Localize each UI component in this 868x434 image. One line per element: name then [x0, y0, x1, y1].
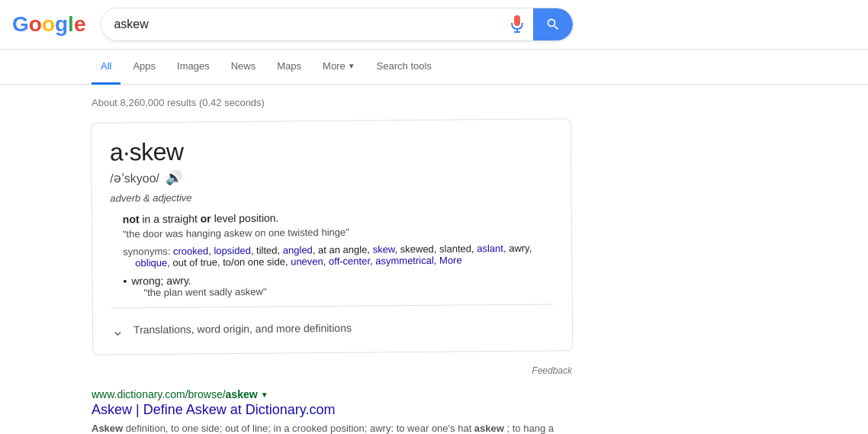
nav-tabs: All Apps Images News Maps More ▼ Search … [0, 50, 868, 85]
logo-l: l [68, 12, 74, 37]
logo-g: G [12, 12, 29, 37]
search-input[interactable] [101, 8, 501, 40]
google-logo: Google [12, 12, 85, 37]
result-url-bold: askew [226, 388, 258, 400]
def-bullet-content: wrong; awry. [131, 274, 266, 288]
tab-images[interactable]: Images [168, 50, 219, 85]
tab-apps[interactable]: Apps [124, 50, 165, 85]
syn-crooked[interactable]: crooked [173, 245, 208, 256]
feedback-label: Feedback [532, 365, 572, 376]
definition-card: a·skew /əˈskyoo/ 🔊 adverb & adjective no… [91, 118, 574, 355]
more-dropdown-arrow: ▼ [348, 62, 355, 70]
def-main-1: not in a straight or level position. [123, 209, 553, 225]
def-text-1: in a straight [142, 213, 200, 226]
result-title[interactable]: Askew | Define Askew at Dictionary.com [92, 402, 572, 418]
speaker-icon[interactable]: 🔊 [166, 169, 182, 186]
search-icon [545, 17, 561, 32]
def-or: or [201, 212, 211, 224]
result-bold-2: askew [474, 423, 504, 434]
syn-skewed: skewed, slanted, [400, 243, 477, 255]
def-example-1: "the door was hanging askew on one twist… [123, 224, 553, 240]
tab-all[interactable]: All [92, 50, 121, 85]
result-desc: Askew definition, to one side; out of li… [92, 421, 572, 434]
def-bullet-item: • wrong; awry. "the plan went sadly aske… [123, 271, 553, 298]
logo-g2: g [55, 12, 68, 37]
syn-awry: awry, [509, 243, 532, 254]
syn-outof: out of true, to/on one side, [172, 256, 291, 268]
syn-indent: oblique, out of true, to/on one side, un… [123, 255, 461, 269]
mic-icon [510, 15, 524, 34]
result-text-1: definition, to one side; out of line; in… [126, 423, 474, 434]
syn-skew[interactable]: skew [373, 243, 395, 255]
phonetic-text: /əˈskyoo/ [110, 170, 159, 185]
syn-uneven[interactable]: uneven [291, 256, 323, 267]
definition-section: not in a straight or level position. "th… [111, 209, 554, 298]
def-bullet-example: "the plan went sadly askew" [131, 286, 266, 299]
expand-arrow-icon: ⌄ [111, 320, 124, 339]
syn-tilted: tilted, [256, 245, 283, 256]
logo-o1: o [29, 12, 42, 37]
expand-section[interactable]: ⌄ Translations, word origin, and more de… [111, 304, 554, 339]
result-bold-1: Askew [92, 423, 123, 434]
svg-rect-0 [514, 15, 520, 26]
syn-angled[interactable]: angled [283, 244, 313, 256]
search-box [101, 8, 574, 41]
search-button[interactable] [533, 8, 573, 41]
syn-more[interactable]: More [439, 255, 462, 266]
word-phonetic-container: /əˈskyoo/ 🔊 [110, 166, 552, 186]
feedback-text: Feedback [92, 365, 572, 376]
syn-at-an-angle: at an angle, [318, 244, 373, 256]
bullet-symbol: • [123, 275, 127, 298]
mic-button[interactable] [501, 8, 533, 40]
synonyms-label: synonyms: [123, 246, 170, 258]
logo-e: e [74, 12, 86, 37]
result-url-text: www.dictionary.com/browse/askew [92, 388, 258, 400]
result-url-arrow: ▼ [261, 391, 268, 399]
result-item: www.dictionary.com/browse/askew ▼ Askew … [92, 388, 572, 434]
word-type: adverb & adjective [110, 188, 552, 204]
syn-asymmetrical[interactable]: asymmetrical [375, 255, 434, 267]
result-url: www.dictionary.com/browse/askew ▼ [92, 388, 572, 400]
syn-lopsided[interactable]: lopsided [214, 245, 251, 256]
expand-label: Translations, word origin, and more defi… [133, 322, 352, 336]
def-not: not [123, 213, 140, 225]
main-content: About 8,260,000 results (0.42 seconds) a… [0, 85, 868, 434]
synonyms-line: synonyms: crooked, lopsided, tilted, ang… [123, 242, 553, 268]
tab-search-tools[interactable]: Search tools [368, 50, 441, 85]
tab-maps[interactable]: Maps [268, 50, 310, 85]
logo-o2: o [42, 12, 55, 37]
tab-news[interactable]: News [222, 50, 265, 85]
results-count: About 8,260,000 results (0.42 seconds) [92, 91, 776, 121]
syn-offcenter[interactable]: off-center [329, 256, 370, 267]
def-text-2: level position. [214, 212, 279, 225]
word-title: a·skew [110, 134, 552, 166]
header: Google [0, 0, 868, 50]
def-bullet-content-container: wrong; awry. "the plan went sadly askew" [131, 274, 266, 299]
tab-more[interactable]: More ▼ [313, 50, 365, 85]
syn-oblique[interactable]: oblique [135, 257, 167, 268]
syn-aslant[interactable]: aslant [477, 243, 503, 254]
